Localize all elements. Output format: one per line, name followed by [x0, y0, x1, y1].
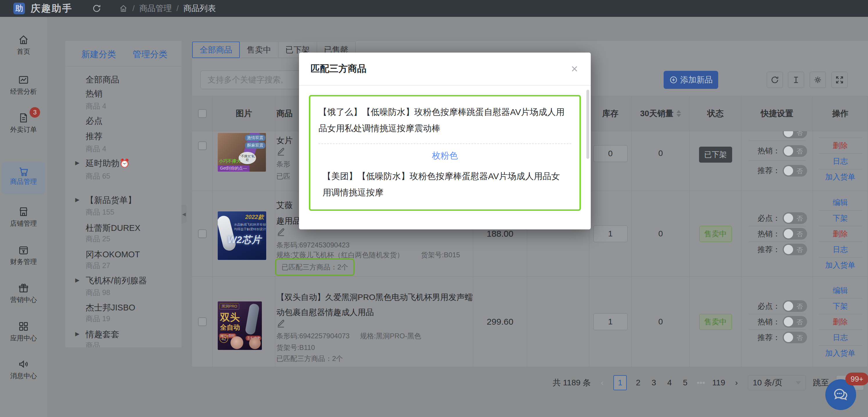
column-settings-button[interactable]	[810, 72, 826, 88]
select-all-checkbox[interactable]	[198, 109, 207, 118]
sort-control[interactable]	[676, 110, 681, 117]
category-item[interactable]: 热销	[86, 88, 102, 99]
sidebar-item-home[interactable]: 首页	[2, 32, 45, 56]
prev-page-button[interactable]: ‹	[598, 378, 607, 387]
delete-action[interactable]: 删除	[833, 314, 848, 330]
caret-right-icon[interactable]: ▶	[75, 277, 80, 284]
must-order-toggle[interactable]: 否	[783, 212, 807, 224]
sidebar-item-apps[interactable]: 应用中心	[2, 319, 45, 342]
recommend-toggle[interactable]: 否	[783, 332, 807, 343]
sidebar-item-analytics[interactable]: 经营分析	[2, 72, 45, 96]
matched-product-meituan[interactable]: 【美团】【低噪防水】玫粉色按摩棒蛋慰器AV片场成人用品女用调情挑逗按摩	[318, 168, 571, 201]
category-item-all[interactable]: 全部商品	[86, 74, 119, 86]
edit-pencil-icon[interactable]	[276, 228, 285, 238]
header-actions: 操作	[813, 96, 868, 131]
row-height-button[interactable]	[788, 72, 804, 88]
edit-action[interactable]: 编辑	[833, 195, 848, 210]
next-page-button[interactable]: ›	[732, 378, 741, 387]
page-button[interactable]: 3	[649, 378, 658, 387]
page-button[interactable]: 5	[681, 378, 689, 387]
matched-product-color-link[interactable]: 枚粉色	[318, 150, 571, 162]
edit-pencil-icon[interactable]	[276, 319, 285, 329]
category-item[interactable]: 飞机杯/前列腺器	[86, 275, 147, 287]
more-pages-button[interactable]: •••	[696, 378, 705, 387]
log-action[interactable]: 日志	[833, 154, 848, 169]
fullscreen-icon	[835, 75, 844, 85]
close-icon[interactable]	[570, 64, 579, 73]
matched-product-eleme[interactable]: 【饿了么】【低噪防水】玫粉色按摩棒跳蛋自慰器AV片场成人用品女用私处调情挑逗按摩…	[318, 104, 571, 137]
new-category-button[interactable]: 新建分类	[81, 49, 116, 60]
category-item[interactable]: 杜蕾斯DUREX	[86, 222, 141, 234]
edit-pencil-icon[interactable]	[276, 147, 285, 157]
delete-action[interactable]: 删除	[833, 226, 848, 242]
add-to-order-action[interactable]: 加入货单	[825, 169, 856, 185]
toggle[interactable]: 否	[783, 131, 807, 138]
stock-input[interactable]	[593, 145, 628, 162]
category-item[interactable]: 推荐	[86, 131, 102, 142]
category-item[interactable]: 杰士邦JISBO	[86, 302, 135, 314]
sidebar-item-messages[interactable]: 消息中心	[2, 356, 45, 380]
sidebar-item-products[interactable]: 商品管理	[2, 162, 45, 195]
add-to-order-action[interactable]: 加入货单	[825, 258, 856, 273]
modal-body: 【饿了么】【低噪防水】玫粉色按摩棒跳蛋自慰器AV片场成人用品女用私处调情挑逗按摩…	[299, 86, 591, 211]
page-button-current[interactable]: 1	[613, 375, 627, 390]
row-checkbox[interactable]	[198, 318, 207, 326]
category-item[interactable]: 【新品货单】	[86, 195, 136, 206]
page-button[interactable]: 2	[634, 378, 643, 387]
off-shelf-action[interactable]: 下架	[833, 299, 848, 314]
hot-toggle[interactable]: 否	[783, 316, 807, 328]
stock-input[interactable]	[593, 225, 628, 242]
page-button[interactable]: 4	[665, 378, 674, 387]
off-shelf-action[interactable]: 下架	[833, 211, 848, 226]
recommend-toggle[interactable]: 否	[783, 244, 807, 255]
hot-toggle[interactable]: 否	[783, 145, 807, 157]
delete-action[interactable]: 删除	[833, 138, 848, 153]
add-to-order-action[interactable]: 加入货单	[825, 346, 856, 361]
text-height-icon	[792, 75, 801, 85]
refresh-icon[interactable]	[92, 3, 102, 13]
manage-category-button[interactable]: 管理分类	[133, 49, 167, 60]
sidebar-item-marketing[interactable]: 营销中心	[2, 280, 45, 304]
modal-scrollbar-thumb[interactable]	[586, 90, 589, 159]
category-item[interactable]: 情趣套套	[86, 329, 119, 340]
tab-on-sale[interactable]: 售卖中	[240, 41, 278, 58]
header-status: 状态	[690, 96, 741, 131]
fullscreen-button[interactable]	[831, 72, 848, 88]
caret-right-icon[interactable]: ▶	[75, 159, 80, 166]
extra-cell	[527, 277, 589, 367]
sidebar-item-finance[interactable]: 财务管理	[2, 242, 45, 266]
last-page-button[interactable]: 119	[712, 378, 725, 387]
category-count: 商品 4	[86, 101, 106, 111]
add-product-button[interactable]: 添加新品	[663, 71, 718, 89]
sidebar-item-takeout-orders[interactable]: 3 外卖订单	[2, 110, 45, 134]
tab-all-products[interactable]: 全部商品	[192, 41, 240, 58]
page-size-select[interactable]: 10 条/页	[748, 375, 806, 390]
caret-right-icon[interactable]: ▶	[75, 196, 80, 203]
quick-settings-cell: 否 热销：否 推荐：否	[741, 131, 813, 191]
caret-right-icon[interactable]: ▶	[75, 330, 80, 337]
category-count: 商品 25	[86, 234, 110, 244]
panel-collapse-handle[interactable]: ◀	[181, 205, 187, 223]
matched-products-box: 【饿了么】【低噪防水】玫粉色按摩棒跳蛋自慰器AV片场成人用品女用私处调情挑逗按摩…	[309, 95, 581, 211]
hot-toggle[interactable]: 否	[783, 228, 807, 240]
row-checkbox[interactable]	[198, 230, 207, 238]
sidebar-item-shop[interactable]: 店铺管理	[2, 204, 45, 228]
category-item[interactable]: 冈本OKOMOT	[86, 249, 140, 261]
stock-input[interactable]	[593, 313, 628, 330]
must-order-toggle[interactable]: 否	[783, 300, 807, 312]
category-item[interactable]: 必点	[86, 115, 102, 127]
breadcrumb-item[interactable]: 商品管理	[140, 3, 172, 14]
log-action[interactable]: 日志	[833, 242, 848, 257]
matched-fragment: 已匹	[276, 172, 290, 181]
product-name-line: 【双头自动】久爱黑洞PRO黑色电动飞机杯男用发声蠕	[276, 292, 473, 303]
barcode-text: 条形码:6972453090423	[276, 240, 349, 250]
log-action[interactable]: 日志	[833, 330, 848, 345]
breadcrumb-home-icon[interactable]	[119, 4, 128, 13]
stock-cell	[589, 131, 632, 191]
row-checkbox[interactable]	[198, 142, 207, 150]
category-item[interactable]: 延时助勃⏰	[86, 158, 130, 169]
recommend-toggle[interactable]: 否	[783, 165, 807, 177]
table-refresh-button[interactable]	[767, 72, 783, 88]
edit-action[interactable]: 编辑	[833, 283, 848, 298]
clipped-toggle: 否	[747, 131, 807, 139]
